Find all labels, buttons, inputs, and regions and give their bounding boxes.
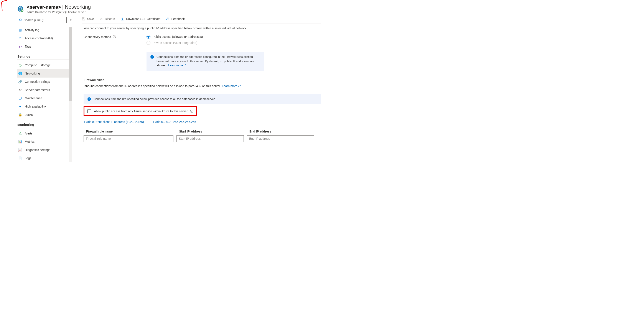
sidebar-item-label: Tags bbox=[25, 45, 31, 48]
col-start-ip: Start IP address bbox=[176, 130, 244, 133]
sidebar-item-access-control-iam-[interactable]: ᵖᴬAccess control (IAM) bbox=[17, 34, 72, 42]
allow-azure-checkbox[interactable] bbox=[88, 109, 92, 113]
sidebar-search-input[interactable] bbox=[24, 18, 65, 22]
diagnostic-settings-icon: 📈 bbox=[18, 148, 22, 152]
sidebar-item-locks[interactable]: 🔒Locks bbox=[17, 111, 72, 119]
firewall-rules-description: Inbound connections from the IP addresse… bbox=[84, 84, 321, 88]
metrics-icon: 📊 bbox=[18, 140, 22, 144]
feedback-icon bbox=[166, 17, 170, 21]
maintenance-icon: 🖵 bbox=[18, 96, 22, 100]
add-full-range-link[interactable]: + Add 0.0.0.0 - 255.255.255.255 bbox=[152, 120, 196, 124]
col-rule-name: Firewall rule name bbox=[84, 130, 174, 133]
sidebar-item-label: Diagnostic settings bbox=[25, 148, 50, 152]
more-menu-button[interactable]: ⋯ bbox=[98, 7, 102, 11]
sidebar-item-label: Metrics bbox=[25, 140, 34, 143]
save-button[interactable]: Save bbox=[82, 17, 94, 21]
sidebar-item-label: Networking bbox=[25, 72, 40, 75]
collapse-sidebar-button[interactable]: « bbox=[70, 18, 72, 22]
firewall-rule-name-input[interactable] bbox=[84, 135, 174, 142]
sidebar-item-logs[interactable]: 📄Logs bbox=[17, 154, 72, 162]
server-icon bbox=[17, 6, 24, 12]
high-availability-icon: ♥ bbox=[18, 105, 22, 108]
sidebar-item-connection-strings[interactable]: 🔗Connection strings bbox=[17, 78, 72, 86]
discard-button[interactable]: Discard bbox=[100, 17, 115, 21]
sidebar-item-server-parameters[interactable]: ⚙Server parameters bbox=[17, 86, 72, 94]
radio-public-access[interactable]: Public access (allowed IP addresses) bbox=[146, 35, 264, 39]
sidebar-item-label: Logs bbox=[25, 156, 31, 160]
sidebar-item-maintenance[interactable]: 🖵Maintenance bbox=[17, 94, 72, 102]
logs-icon: 📄 bbox=[18, 156, 22, 160]
learn-more-link-2[interactable]: Learn more bbox=[222, 84, 241, 88]
save-icon bbox=[82, 17, 85, 21]
sidebar-item-tags[interactable]: 🏷Tags bbox=[17, 42, 72, 51]
nav-group-monitoring: Monitoring bbox=[17, 123, 72, 128]
activity-log-icon: ▤ bbox=[18, 28, 22, 32]
page-subtitle: Azure Database for PostgreSQL flexible s… bbox=[27, 11, 91, 14]
sidebar-item-alerts[interactable]: ⚠Alerts bbox=[17, 129, 72, 138]
firewall-info-box: i Connections from the IPs specified bel… bbox=[84, 94, 321, 104]
page-title: <server-name> | Networking bbox=[27, 4, 91, 10]
sidebar-item-label: Alerts bbox=[25, 132, 32, 135]
sidebar-item-label: Compute + storage bbox=[25, 64, 50, 67]
start-ip-input[interactable] bbox=[176, 135, 244, 142]
sidebar-item-label: Access control (IAM) bbox=[25, 37, 53, 40]
external-link-icon bbox=[184, 63, 186, 68]
sidebar-scrollbar[interactable] bbox=[69, 27, 72, 162]
info-icon[interactable]: i bbox=[190, 110, 193, 113]
connection-strings-icon: 🔗 bbox=[18, 80, 22, 84]
sidebar-item-label: Locks bbox=[25, 113, 33, 116]
alerts-icon: ⚠ bbox=[18, 131, 22, 135]
sidebar-item-high-availability[interactable]: ♥High availability bbox=[17, 102, 72, 111]
firewall-rules-heading: Firewall rules bbox=[84, 78, 321, 82]
svg-line-4 bbox=[21, 21, 22, 22]
sidebar-item-label: Server parameters bbox=[25, 88, 50, 92]
info-filled-icon: i bbox=[88, 97, 91, 101]
compute-storage-icon: ◎ bbox=[18, 63, 22, 67]
add-client-ip-link[interactable]: + Add current client IP address (192.0.2… bbox=[84, 120, 144, 124]
sidebar-item-metrics[interactable]: 📊Metrics bbox=[17, 138, 72, 146]
sidebar-item-label: High availability bbox=[25, 105, 46, 108]
locks-icon: 🔒 bbox=[18, 113, 22, 117]
svg-point-9 bbox=[167, 18, 168, 19]
sidebar-item-label: Activity log bbox=[25, 28, 39, 32]
sidebar-item-label: Connection strings bbox=[25, 80, 50, 83]
page-header: <server-name> | Networking Azure Databas… bbox=[0, 0, 330, 16]
connectivity-method-label: Connectivity method i bbox=[84, 35, 146, 71]
tags-icon: 🏷 bbox=[18, 45, 22, 49]
info-filled-icon: i bbox=[150, 55, 154, 59]
end-ip-input[interactable] bbox=[247, 135, 314, 142]
sidebar-item-label: Maintenance bbox=[25, 97, 42, 100]
download-ssl-button[interactable]: Download SSL Certificate bbox=[121, 17, 160, 21]
sidebar-item-activity-log[interactable]: ▤Activity log bbox=[17, 26, 72, 34]
info-icon[interactable]: i bbox=[113, 35, 116, 38]
networking-icon: 🌐 bbox=[18, 72, 22, 75]
toolbar: Save Discard Download SSL Certificate Fe… bbox=[82, 16, 321, 24]
feedback-button[interactable]: Feedback bbox=[166, 17, 184, 21]
sidebar-search[interactable] bbox=[17, 17, 67, 23]
external-link-icon bbox=[238, 84, 241, 88]
public-access-info-box: i Connections from the IP addresses conf… bbox=[146, 52, 264, 71]
radio-private-access: Private access (VNet Integration) bbox=[146, 41, 264, 45]
download-icon bbox=[121, 17, 124, 21]
annotation-mark bbox=[0, 0, 9, 13]
col-end-ip: End IP address bbox=[247, 130, 314, 133]
sidebar-item-compute-storage[interactable]: ◎Compute + storage bbox=[17, 61, 72, 69]
sidebar-item-networking[interactable]: 🌐Networking bbox=[17, 69, 72, 78]
intro-text: You can connect to your server by specif… bbox=[84, 27, 321, 30]
radio-checked-icon bbox=[146, 35, 150, 39]
access-control-icon: ᵖᴬ bbox=[18, 36, 22, 40]
radio-unchecked-icon bbox=[146, 41, 150, 45]
sidebar-item-diagnostic-settings[interactable]: 📈Diagnostic settings bbox=[17, 146, 72, 154]
learn-more-link[interactable]: Learn more bbox=[168, 64, 186, 67]
allow-azure-label: Allow public access from any Azure servi… bbox=[94, 110, 188, 113]
discard-icon bbox=[100, 17, 103, 21]
nav-group-settings: Settings bbox=[17, 55, 72, 60]
search-icon bbox=[19, 18, 22, 22]
allow-azure-services-row: Allow public access from any Azure servi… bbox=[84, 106, 197, 116]
svg-point-3 bbox=[20, 19, 22, 21]
server-parameters-icon: ⚙ bbox=[18, 88, 22, 92]
